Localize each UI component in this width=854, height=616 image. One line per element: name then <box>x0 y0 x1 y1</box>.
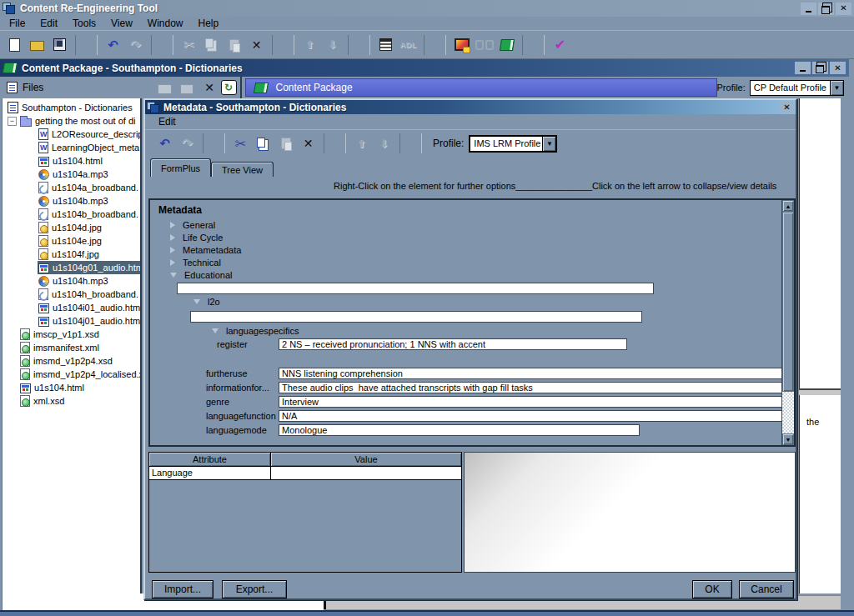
separator[interactable] <box>424 35 446 55</box>
tree-item[interactable]: u1s104h_broadband. <box>3 288 140 301</box>
minimize-button[interactable] <box>801 3 816 15</box>
category-row[interactable]: Metametadata <box>170 243 241 256</box>
tree-item[interactable]: u1s104d.jpg <box>3 221 140 234</box>
expand-arrow-icon[interactable] <box>170 259 175 266</box>
scrollbar-thumb[interactable] <box>782 212 794 392</box>
scroll-down-icon[interactable] <box>782 433 794 445</box>
register-input[interactable] <box>279 338 627 350</box>
chevron-down-icon[interactable] <box>542 137 555 151</box>
field-input[interactable] <box>279 382 787 393</box>
delete-icon[interactable] <box>297 133 319 153</box>
tree-item[interactable]: imsmd_v1p2p4.xsd <box>3 354 140 368</box>
undo-icon[interactable] <box>153 133 176 153</box>
tree-item[interactable]: u1s104f.jpg <box>3 248 140 261</box>
cut-icon[interactable] <box>178 35 200 55</box>
menu-item[interactable]: File <box>2 17 33 30</box>
menu-item[interactable]: Window <box>140 17 191 30</box>
category-row[interactable]: Educational <box>170 268 241 281</box>
delete-icon[interactable] <box>198 78 221 98</box>
package-close-button[interactable] <box>830 62 846 74</box>
field-input[interactable] <box>279 368 787 379</box>
separator[interactable] <box>203 133 225 153</box>
tree-item[interactable]: xml.xsd <box>3 394 140 408</box>
tree-item[interactable]: u1s104.html <box>3 154 140 168</box>
category-row[interactable]: General <box>170 218 241 231</box>
tree-item[interactable]: u1s104i01_audio.htm <box>3 301 140 314</box>
redo-icon[interactable] <box>124 35 147 55</box>
languagespecifics-row[interactable]: languagespecifics <box>212 326 299 336</box>
tree-item[interactable]: u1s104a.mp3 <box>3 168 140 181</box>
expand-arrow-icon[interactable] <box>170 222 175 228</box>
l2o-row[interactable]: l2o <box>193 297 220 307</box>
content-package-icon[interactable] <box>495 35 518 55</box>
delete-icon[interactable] <box>245 35 268 55</box>
profile-dropdown[interactable]: CP Default Profile <box>750 80 844 96</box>
tree-expander-icon[interactable]: − <box>8 117 17 126</box>
validate-icon[interactable] <box>549 35 571 55</box>
scroll-up-icon[interactable] <box>782 200 794 212</box>
copy-icon[interactable] <box>252 133 274 153</box>
menu-item[interactable]: Tools <box>65 17 103 30</box>
menu-edit[interactable]: Edit <box>153 115 181 128</box>
menu-item[interactable]: View <box>103 17 140 30</box>
paste-icon[interactable] <box>223 35 245 55</box>
tab-content-package[interactable]: Content Package <box>245 78 717 97</box>
export-button[interactable]: Export... <box>222 580 287 598</box>
ok-button[interactable]: OK <box>692 580 732 598</box>
separator[interactable] <box>522 35 545 55</box>
package-viewer-icon[interactable] <box>450 35 473 55</box>
adl-icon[interactable]: ADL <box>397 35 419 55</box>
restore-button[interactable] <box>818 3 834 15</box>
attribute-cell[interactable]: Language <box>149 467 271 479</box>
value-cell[interactable] <box>271 467 461 479</box>
tree-item[interactable]: u1s104j01_audio.htm <box>3 314 140 328</box>
field-input[interactable] <box>279 424 640 436</box>
undo-icon[interactable] <box>102 35 124 55</box>
move-down-icon[interactable] <box>321 35 344 55</box>
tab-tree-view[interactable]: Tree View <box>211 162 274 177</box>
open-icon[interactable] <box>26 35 48 55</box>
separator[interactable] <box>272 35 294 55</box>
import-button[interactable]: Import... <box>152 580 214 598</box>
l2o-value-input[interactable] <box>190 311 642 323</box>
refresh-icon[interactable] <box>221 80 237 95</box>
copy-icon[interactable] <box>200 35 223 55</box>
tree-item[interactable]: u1s104.html <box>3 381 140 394</box>
tree-item[interactable]: LearningObject_meta <box>3 141 140 154</box>
save-icon[interactable] <box>48 35 71 55</box>
find-icon[interactable] <box>473 35 495 55</box>
new-document-icon[interactable] <box>3 35 26 55</box>
cut-icon[interactable] <box>229 133 252 153</box>
add-file-icon[interactable] <box>176 78 198 98</box>
tree-item[interactable]: u1s104b.mp3 <box>3 194 140 208</box>
dialog-profile-dropdown[interactable]: IMS LRM Profile <box>469 135 557 153</box>
form-vertical-scrollbar[interactable] <box>781 200 794 445</box>
separator[interactable] <box>399 133 422 153</box>
paste-icon[interactable] <box>274 133 297 153</box>
preview-divider[interactable] <box>799 388 841 395</box>
separator[interactable] <box>75 35 98 55</box>
expand-arrow-icon[interactable] <box>212 328 219 333</box>
category-row[interactable]: Technical <box>170 256 241 268</box>
educational-value-input[interactable] <box>177 283 654 294</box>
tree-item[interactable]: imsmd_v1p2p4_localised.x <box>3 368 140 381</box>
tree-item[interactable]: u1s104b_broadband. <box>3 208 140 221</box>
chevron-down-icon[interactable] <box>830 81 843 95</box>
redo-icon[interactable] <box>176 133 198 153</box>
tree-item[interactable]: L2OResource_descrip <box>3 128 140 141</box>
separator[interactable] <box>151 35 173 55</box>
tree-item[interactable]: Southampton - Dictionaries <box>3 101 140 114</box>
separator[interactable] <box>324 133 346 153</box>
field-input[interactable] <box>279 396 787 408</box>
move-up-icon[interactable] <box>299 35 321 55</box>
form-view-icon[interactable] <box>374 35 397 55</box>
expand-arrow-icon[interactable] <box>193 299 200 304</box>
tree-item[interactable]: imscp_v1p1.xsd <box>3 328 140 341</box>
category-row[interactable]: Life Cycle <box>170 231 241 243</box>
menu-item[interactable]: Help <box>191 17 227 30</box>
open-icon[interactable] <box>153 78 176 98</box>
scrollbar-track[interactable] <box>782 392 794 433</box>
tree-item[interactable]: u1s104a_broadband. <box>3 181 140 194</box>
tree-item[interactable]: imsmanifest.xml <box>3 341 140 354</box>
move-down-icon[interactable] <box>373 133 395 153</box>
